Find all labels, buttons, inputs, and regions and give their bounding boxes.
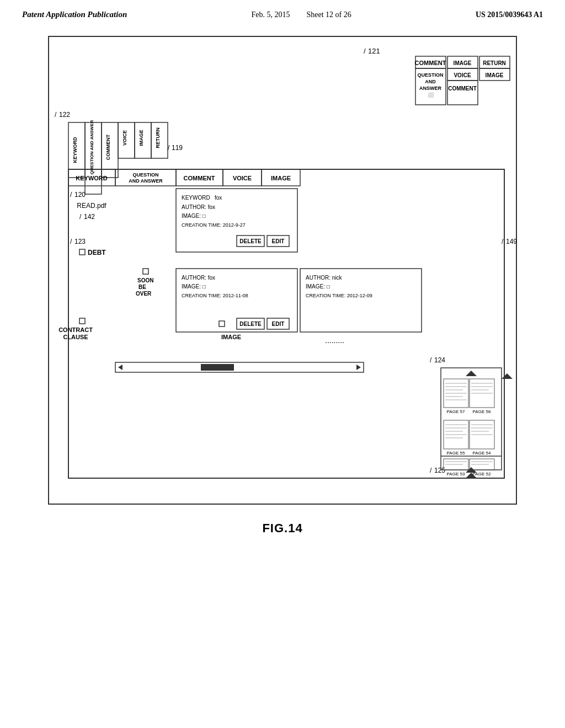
svg-text:/: / [70, 191, 72, 199]
svg-text:120: 120 [74, 191, 86, 199]
svg-text:PAGE 54: PAGE 54 [473, 451, 491, 456]
svg-text:IMAGE: IMAGE [221, 334, 241, 340]
svg-text:COMMENT: COMMENT [415, 60, 446, 66]
svg-text:⬜: ⬜ [428, 92, 434, 98]
svg-text:121: 121 [368, 47, 380, 55]
svg-marker-112 [502, 373, 513, 379]
svg-text:DELETE: DELETE [239, 238, 262, 244]
svg-rect-12 [447, 81, 478, 105]
svg-text:IMAGE: □: IMAGE: □ [306, 283, 330, 290]
svg-text:CONTRACT: CONTRACT [58, 326, 93, 333]
svg-text:OVER: OVER [136, 291, 152, 297]
svg-text:.........: ......... [325, 336, 344, 345]
svg-text:QUESTION: QUESTION [417, 72, 443, 78]
svg-rect-63 [219, 321, 225, 326]
svg-text:142: 142 [84, 213, 95, 221]
svg-text:/: / [79, 213, 82, 221]
svg-text:AND: AND [425, 79, 436, 84]
svg-text:149: 149 [506, 238, 517, 245]
svg-text:QUESTION: QUESTION [132, 172, 158, 178]
svg-text:IMAGE: IMAGE [454, 60, 472, 66]
svg-text:/: / [430, 467, 432, 474]
svg-text:KEYWORD: KEYWORD [182, 195, 210, 201]
svg-text:/: / [55, 111, 57, 119]
svg-text:SOON: SOON [137, 277, 153, 283]
svg-rect-56 [79, 318, 85, 324]
svg-text:PAGE 56: PAGE 56 [473, 409, 491, 414]
svg-text:AND ANSWER: AND ANSWER [129, 178, 163, 184]
svg-text:VOICE: VOICE [233, 175, 252, 181]
svg-rect-54 [79, 249, 85, 255]
svg-marker-68 [356, 365, 361, 370]
svg-text:CREATION TIME: 2012-12-09: CREATION TIME: 2012-12-09 [306, 293, 372, 298]
svg-text:COMMENT: COMMENT [105, 134, 111, 160]
svg-text:119: 119 [172, 144, 183, 152]
svg-text:AUTHOR: nick: AUTHOR: nick [306, 275, 343, 281]
svg-text:VOICE: VOICE [122, 130, 127, 146]
header-center: Feb. 5, 2015 Sheet 12 of 26 [251, 10, 351, 19]
diagram-container: / 121 RETURN IMAGE IMAGE VOICE COMMENT C… [48, 36, 517, 505]
svg-text:EDIT: EDIT [272, 238, 285, 244]
svg-text:COMMENT: COMMENT [184, 175, 215, 181]
svg-text:122: 122 [59, 111, 70, 119]
svg-text:BE: BE [138, 284, 146, 290]
svg-text:RETURN: RETURN [155, 127, 161, 148]
svg-text:IMAGE: □: IMAGE: □ [182, 283, 206, 290]
svg-text:KEYWORD: KEYWORD [76, 175, 108, 181]
sheet-info: Sheet 12 of 26 [306, 10, 351, 19]
page-header: Patent Application Publication Feb. 5, 2… [0, 0, 565, 19]
svg-text:124: 124 [434, 356, 445, 364]
svg-text:AUTHOR: fox: AUTHOR: fox [182, 204, 215, 210]
svg-marker-66 [118, 365, 122, 370]
svg-text:/: / [364, 47, 366, 55]
svg-text:/: / [70, 238, 72, 245]
svg-text:ANSWER: ANSWER [419, 85, 441, 91]
svg-text:COMMENT: COMMENT [448, 85, 477, 92]
svg-text:CREATION TIME: 2012-9-27: CREATION TIME: 2012-9-27 [182, 222, 246, 228]
svg-text:123: 123 [74, 238, 86, 245]
svg-rect-65 [115, 362, 364, 372]
figure-caption: FIG.14 [262, 521, 302, 536]
svg-text:/: / [430, 356, 432, 364]
svg-text:VOICE: VOICE [454, 72, 471, 78]
svg-text:CLAUSE: CLAUSE [63, 334, 88, 340]
svg-text:PAGE 57: PAGE 57 [447, 409, 465, 414]
pub-date: Feb. 5, 2015 [251, 10, 290, 19]
publication-label: Patent Application Publication [22, 10, 127, 19]
svg-text:RETURN: RETURN [483, 60, 506, 66]
svg-text:IMAGE: □: IMAGE: □ [182, 213, 206, 219]
svg-text:KEYWORD: KEYWORD [72, 137, 78, 163]
svg-text:IMAGE: IMAGE [486, 72, 504, 78]
svg-text:READ.pdf: READ.pdf [77, 202, 106, 210]
svg-text:PAGE 53: PAGE 53 [447, 472, 465, 477]
svg-text:PAGE 55: PAGE 55 [447, 451, 465, 456]
svg-text:IMAGE: IMAGE [138, 130, 144, 146]
svg-text:IMAGE: IMAGE [271, 175, 291, 181]
svg-marker-97 [466, 371, 477, 376]
svg-text:fox: fox [215, 195, 222, 201]
svg-text:QUESTION AND ANSWER: QUESTION AND ANSWER [89, 120, 94, 175]
main-content: / 121 RETURN IMAGE IMAGE VOICE COMMENT C… [0, 19, 565, 536]
svg-text:/: / [168, 144, 170, 152]
svg-rect-59 [143, 269, 148, 274]
svg-text:EDIT: EDIT [272, 321, 285, 327]
patent-number: US 2015/0039643 A1 [476, 10, 543, 19]
svg-text:AUTHOR: fox: AUTHOR: fox [182, 275, 215, 281]
svg-text:DELETE: DELETE [239, 321, 262, 327]
svg-text:DEBT: DEBT [88, 249, 106, 256]
svg-text:/: / [502, 238, 504, 245]
svg-text:CREATION TIME: 2012-11-08: CREATION TIME: 2012-11-08 [182, 293, 248, 298]
svg-rect-37 [68, 169, 504, 478]
svg-rect-67 [201, 364, 234, 371]
diagram-svg: / 121 RETURN IMAGE IMAGE VOICE COMMENT C… [49, 37, 518, 506]
fig-label: FIG.14 [262, 521, 302, 535]
